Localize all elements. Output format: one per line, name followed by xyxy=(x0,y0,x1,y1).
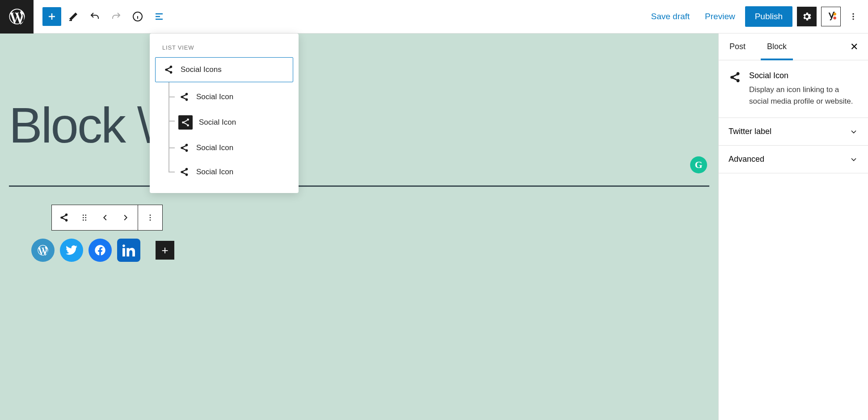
listview-item-social-icon[interactable]: Social Icon xyxy=(169,109,299,136)
listview-item-label: Social Icons xyxy=(181,65,222,74)
editor-canvas[interactable]: Block \ ons + LIST VIEW xyxy=(0,34,718,420)
listview-item-social-icons[interactable]: Social Icons xyxy=(155,57,293,82)
svg-point-14 xyxy=(85,219,86,221)
listview-item-label: Social Icon xyxy=(196,168,233,176)
social-twitter-icon[interactable] xyxy=(60,239,83,262)
edit-mode-button[interactable] xyxy=(64,7,83,26)
top-toolbar: Save draft Preview Publish xyxy=(0,0,868,34)
add-social-icon-button[interactable]: + xyxy=(156,241,174,260)
save-draft-button[interactable]: Save draft xyxy=(645,8,695,25)
svg-point-15 xyxy=(150,214,151,216)
listview-children: Social Icon Social Icon Social Icon Soci… xyxy=(169,82,299,184)
block-toolbar xyxy=(51,205,163,231)
toolbar-left xyxy=(34,7,169,26)
block-more-button[interactable] xyxy=(140,205,160,230)
drag-handle[interactable] xyxy=(74,205,95,230)
tab-block[interactable]: Block xyxy=(756,34,797,60)
settings-button[interactable] xyxy=(797,7,817,26)
social-facebook-icon[interactable] xyxy=(88,239,112,262)
listview-panel: LIST VIEW Social Icons Social Icon Socia… xyxy=(150,34,299,193)
post-title[interactable]: Block \ ons xyxy=(9,51,709,155)
block-type-button[interactable] xyxy=(54,205,74,230)
block-description-text: Display an icon linking to a social medi… xyxy=(749,84,858,107)
close-sidebar-button[interactable]: ✕ xyxy=(847,38,862,56)
share-icon xyxy=(178,115,193,130)
undo-button[interactable] xyxy=(85,7,104,26)
chevron-down-icon xyxy=(849,155,858,164)
section-advanced[interactable]: Advanced xyxy=(719,146,868,173)
info-button[interactable] xyxy=(128,7,147,26)
tab-post[interactable]: Post xyxy=(719,34,756,60)
svg-point-16 xyxy=(150,217,151,218)
svg-point-11 xyxy=(83,217,84,218)
workspace: Block \ ons + LIST VIEW xyxy=(0,34,868,420)
listview-item-social-icon[interactable]: Social Icon xyxy=(169,160,299,184)
listview-item-label: Social Icon xyxy=(199,118,236,127)
add-block-button[interactable] xyxy=(42,7,61,26)
listview-item-social-icon[interactable]: Social Icon xyxy=(169,136,299,160)
svg-point-13 xyxy=(83,219,84,221)
title-separator xyxy=(9,185,709,187)
block-description: Social Icon Display an icon linking to a… xyxy=(719,60,868,118)
svg-point-7 xyxy=(852,16,854,17)
social-wordpress-icon[interactable] xyxy=(31,239,55,262)
move-right-button[interactable] xyxy=(115,205,136,230)
settings-sidebar: Post Block ✕ Social Icon Display an icon… xyxy=(718,34,868,420)
share-icon xyxy=(163,64,174,76)
svg-point-4 xyxy=(833,13,836,15)
listview-item-social-icon[interactable]: Social Icon xyxy=(169,85,299,109)
preview-button[interactable]: Preview xyxy=(699,8,741,25)
sidebar-tabs: Post Block ✕ xyxy=(719,34,868,60)
listview-item-label: Social Icon xyxy=(196,92,233,101)
wordpress-logo[interactable] xyxy=(0,0,34,34)
block-title: Social Icon xyxy=(749,71,858,80)
social-linkedin-icon[interactable] xyxy=(117,239,140,262)
publish-button[interactable]: Publish xyxy=(745,6,792,27)
share-icon xyxy=(178,142,190,154)
move-left-button[interactable] xyxy=(95,205,115,230)
svg-point-20 xyxy=(187,124,189,126)
svg-point-6 xyxy=(852,13,854,15)
svg-point-5 xyxy=(833,17,836,20)
listview-item-label: Social Icon xyxy=(196,143,233,152)
svg-point-18 xyxy=(187,118,189,121)
chevron-down-icon xyxy=(849,127,858,136)
grammarly-icon[interactable] xyxy=(690,156,707,173)
share-icon xyxy=(178,91,190,103)
listview-heading: LIST VIEW xyxy=(150,44,299,57)
redo-button[interactable] xyxy=(107,7,126,26)
svg-point-17 xyxy=(150,219,151,221)
share-icon xyxy=(729,71,741,84)
section-twitter-label[interactable]: Twitter label xyxy=(719,118,868,146)
share-icon xyxy=(178,166,190,178)
section-title: Advanced xyxy=(729,155,764,164)
svg-point-8 xyxy=(852,18,854,20)
svg-point-10 xyxy=(85,214,86,216)
yoast-button[interactable] xyxy=(821,7,841,26)
toolbar-right: Save draft Preview Publish xyxy=(645,6,868,27)
svg-point-9 xyxy=(83,214,84,216)
more-options-button[interactable] xyxy=(845,7,861,26)
social-icons-block[interactable]: + xyxy=(31,239,709,262)
svg-point-12 xyxy=(85,217,86,218)
section-title: Twitter label xyxy=(729,127,771,136)
listview-toggle-button[interactable] xyxy=(150,7,169,26)
